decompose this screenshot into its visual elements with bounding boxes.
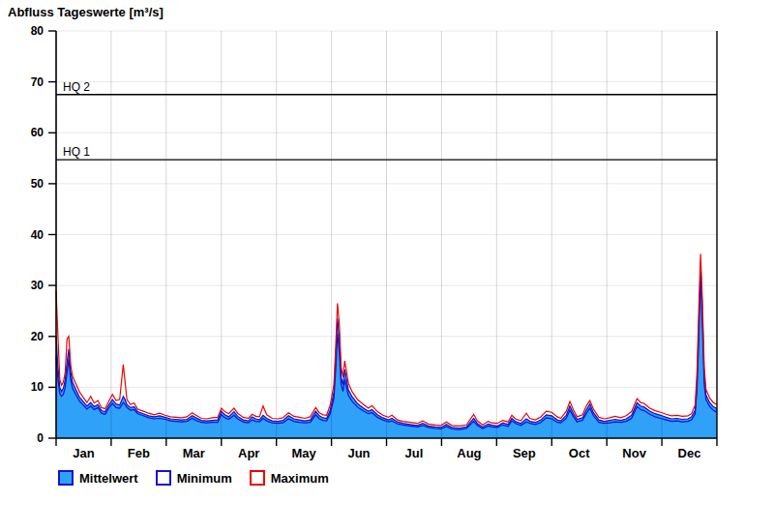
month-label: Jun — [347, 446, 370, 460]
y-tick-label: 0 — [37, 431, 44, 445]
maximum-swatch-icon — [250, 470, 265, 486]
month-label: May — [291, 446, 316, 460]
month-label: Aug — [457, 446, 481, 460]
y-tick-label: 50 — [31, 177, 45, 191]
y-tick-label: 80 — [31, 24, 45, 38]
mittelwert-swatch-icon — [58, 470, 74, 486]
page: Abfluss Tageswerte [m³/s] HQ 2HQ 1010203… — [0, 0, 774, 532]
y-tick-label: 10 — [31, 380, 45, 394]
y-tick-label: 60 — [31, 126, 45, 139]
legend: Mittelwert Minimum Maximum — [58, 470, 329, 486]
month-label: Jan — [73, 446, 94, 460]
legend-item-minimum: Minimum — [156, 470, 232, 486]
month-label: Feb — [128, 446, 150, 460]
month-label: Mar — [183, 446, 205, 460]
month-label: Dec — [678, 446, 701, 460]
hq-label: HQ 1 — [63, 145, 90, 159]
y-tick-label: 30 — [31, 279, 45, 292]
legend-label-minimum: Minimum — [177, 471, 232, 486]
discharge-chart-svg: HQ 2HQ 101020304050607080JanFebMarAprMay… — [0, 0, 774, 464]
month-label: Oct — [569, 446, 590, 460]
legend-label-maximum: Maximum — [271, 471, 329, 486]
legend-item-mittelwert: Mittelwert — [58, 470, 138, 486]
y-tick-label: 40 — [31, 228, 45, 242]
legend-item-maximum: Maximum — [250, 470, 329, 486]
month-label: Jul — [405, 446, 424, 460]
y-tick-label: 70 — [31, 75, 45, 89]
y-tick-label: 20 — [31, 330, 45, 343]
hq-label: HQ 2 — [63, 80, 90, 94]
minimum-swatch-icon — [156, 470, 171, 486]
month-label: Nov — [622, 446, 646, 460]
month-label: Apr — [238, 446, 259, 460]
month-label: Sep — [513, 446, 536, 460]
legend-label-mittelwert: Mittelwert — [79, 471, 138, 486]
